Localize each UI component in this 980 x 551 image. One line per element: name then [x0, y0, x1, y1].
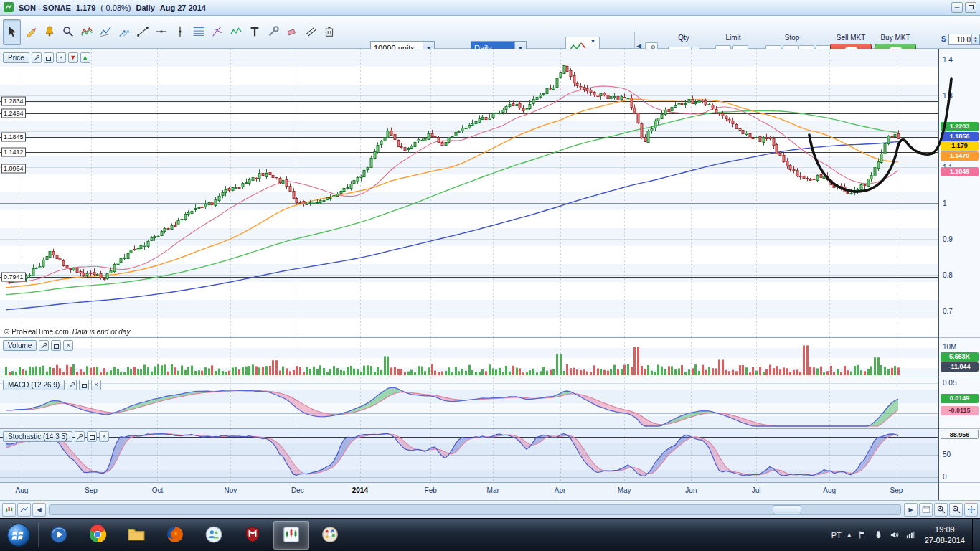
axis-tick: 1.3 — [943, 92, 953, 100]
taskbar-prorealtime-button[interactable] — [273, 521, 309, 550]
power-icon[interactable] — [873, 529, 884, 540]
macd-pane-close-button[interactable]: × — [91, 380, 101, 390]
qty-label: Qty — [678, 34, 689, 42]
action-center-icon[interactable] — [857, 529, 868, 540]
tool-eraser-button[interactable] — [283, 19, 301, 45]
taskbar-chrome-button[interactable] — [80, 521, 116, 550]
axis-tick: 1 — [943, 199, 947, 207]
macd-chart-canvas[interactable] — [0, 377, 938, 428]
titlebar-change: (-0.08%) — [100, 4, 131, 12]
price-axis[interactable]: 1.41.31.21.110.90.80.710M0.055001.22031.… — [938, 49, 980, 500]
time-axis[interactable]: AugSepOctNovDec2014FebMarAprMayJunJulAug… — [0, 482, 938, 500]
scroll-left-button[interactable]: ◀ — [32, 503, 46, 517]
tool-trend-arrows-button[interactable] — [115, 19, 133, 45]
taskbar-paint-palette-button[interactable] — [312, 521, 348, 550]
taskbar-mcafee-button[interactable] — [235, 521, 270, 550]
time-axis-label: 2014 — [352, 486, 368, 494]
start-button[interactable] — [5, 522, 32, 549]
tool-horizontal-line-button[interactable] — [152, 19, 170, 45]
time-axis-label: Dec — [291, 486, 304, 494]
text-icon — [248, 25, 261, 39]
wrench-icon — [76, 433, 83, 441]
taskbar-separator — [38, 523, 39, 547]
time-axis-label: Mar — [487, 486, 499, 494]
tool-indicator-overlay-button[interactable] — [96, 19, 114, 45]
price-pane-window-button[interactable] — [44, 52, 54, 63]
zoom-in-button[interactable] — [934, 503, 948, 517]
tool-delete-all-button[interactable] — [320, 19, 338, 45]
tool-parallel-lines-button[interactable] — [301, 19, 319, 45]
plot-area[interactable]: Price × ▼ ▲ © ProRealTime.comData is end… — [0, 49, 938, 500]
show-desktop-button[interactable] — [972, 519, 980, 551]
tool-pointer-button[interactable] — [3, 19, 21, 45]
stochastic-chart-canvas[interactable] — [0, 429, 938, 482]
sell-mkt-label: Sell MKT — [837, 34, 866, 42]
chart-region: Price × ▼ ▲ © ProRealTime.comData is end… — [0, 49, 980, 500]
stochastic-pane-header: Stochastic (14 3 5) × — [3, 431, 109, 442]
minimize-button[interactable]: ─ — [951, 2, 963, 13]
system-tray: PT ▲ 19:09 27-08-2014 — [831, 524, 972, 546]
stochastic-pane-window-button[interactable] — [87, 431, 97, 442]
stochastic-pane[interactable]: Stochastic (14 3 5) × — [0, 429, 938, 482]
zoom-out-button[interactable] — [949, 503, 963, 517]
volume-pane-window-button[interactable] — [51, 340, 61, 351]
tool-text-button[interactable] — [245, 19, 263, 45]
stochastic-pane-settings-button[interactable] — [75, 431, 85, 442]
taskbar-explorer-folder-button[interactable] — [118, 521, 154, 550]
volume-pane[interactable]: Volume × — [0, 338, 938, 377]
volume-icon[interactable] — [889, 529, 900, 540]
scrollbar-track[interactable] — [49, 504, 901, 515]
macd-pane-window-button[interactable] — [79, 380, 89, 390]
tool-zigzag-button[interactable] — [227, 19, 245, 45]
level-label: 1.2494 — [1, 109, 26, 118]
stop-offset-input[interactable]: 10.0 ▲▼ — [948, 34, 980, 45]
taskbar-messenger-button[interactable] — [196, 521, 232, 550]
ma100-price-tag: 1.2203 — [941, 122, 979, 131]
fork-icon — [211, 25, 224, 39]
tool-vertical-line-button[interactable] — [171, 19, 189, 45]
scrollbar-thumb[interactable] — [773, 505, 801, 514]
tool-indicator-compare-button[interactable] — [77, 19, 95, 45]
network-icon[interactable] — [905, 529, 915, 540]
taskbar-media-player-button[interactable] — [41, 521, 77, 550]
stop-offset-spinner[interactable]: ▲▼ — [971, 34, 979, 44]
trash-icon — [323, 25, 336, 39]
price-pane-settings-button[interactable] — [32, 52, 42, 63]
pan-arrows-icon — [966, 504, 976, 514]
taskbar-firefox-button[interactable] — [157, 521, 193, 550]
price-chart-canvas[interactable] — [0, 49, 938, 337]
macd-pane-settings-button[interactable] — [67, 380, 77, 390]
volume-pane-settings-button[interactable] — [39, 340, 49, 351]
chart-scrollbar-row: ◀ ▶ — [0, 500, 980, 518]
chart-type-line-button[interactable] — [17, 503, 31, 517]
volume-pane-close-button[interactable]: × — [63, 340, 73, 351]
tool-trend-line-button[interactable] — [133, 19, 151, 45]
volume-chart-canvas[interactable] — [0, 338, 938, 377]
price-pane-close-button[interactable]: × — [56, 52, 66, 63]
language-indicator[interactable]: PT — [831, 531, 842, 540]
hidden-icons-arrow[interactable]: ▲ — [847, 532, 852, 538]
restore-button[interactable] — [965, 2, 976, 13]
tool-pitchfork-button[interactable] — [208, 19, 226, 45]
candles-icon — [4, 504, 14, 514]
tool-zoom-button[interactable] — [59, 19, 77, 45]
chart-type-candles-button[interactable] — [2, 503, 16, 517]
zoom-in-icon — [936, 504, 946, 514]
tool-alert-button[interactable] — [40, 19, 58, 45]
clock[interactable]: 19:09 27-08-2014 — [925, 524, 965, 546]
tool-drawing-settings-button[interactable] — [264, 19, 282, 45]
pan-mode-button[interactable] — [964, 503, 978, 517]
volume-delta-tag: -11.044 — [941, 362, 979, 372]
price-pane[interactable]: Price × ▼ ▲ © ProRealTime.comData is end… — [0, 49, 938, 337]
tool-fibonacci-button[interactable] — [189, 19, 207, 45]
goto-date-button[interactable] — [919, 503, 933, 517]
stochastic-pane-close-button[interactable]: × — [99, 431, 109, 442]
price-pane-sell-shortcut-button[interactable]: ▼ — [68, 52, 78, 63]
macd-pane[interactable]: MACD (12 26 9) × — [0, 377, 938, 428]
macd-pane-label: MACD (12 26 9) — [8, 381, 60, 389]
scroll-right-button[interactable]: ▶ — [904, 503, 918, 517]
pointer-icon — [6, 25, 19, 39]
tool-draw-pencil-button[interactable] — [22, 19, 39, 45]
price-pane-buy-shortcut-button[interactable]: ▲ — [80, 52, 90, 63]
last-price-tag: 1.179 — [941, 141, 979, 151]
